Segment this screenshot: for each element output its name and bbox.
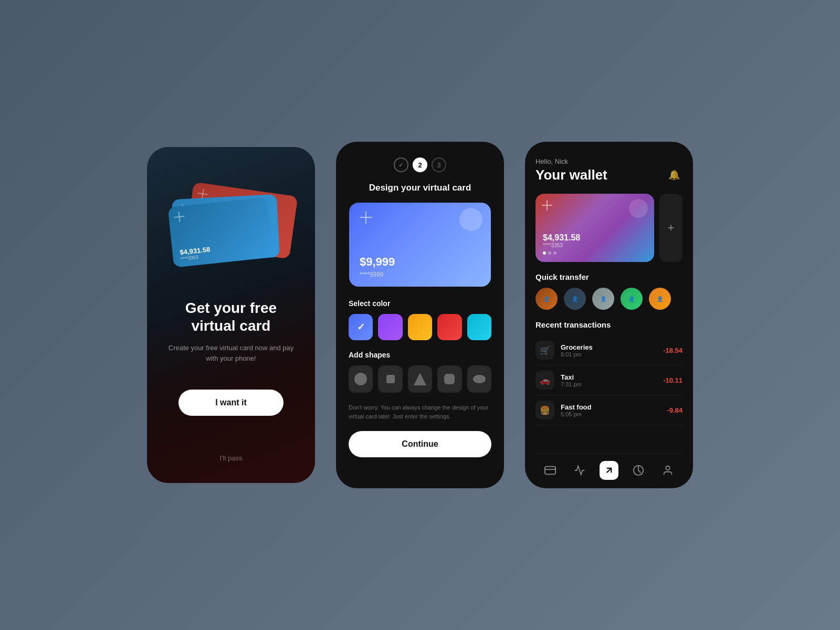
avatar-2[interactable]: 👤 bbox=[564, 288, 586, 310]
txn-icon-groceries: 🛒 bbox=[536, 341, 554, 360]
vc-circle-decoration bbox=[459, 208, 482, 231]
shape-opt-4[interactable] bbox=[437, 365, 461, 393]
vc-amount: $9,999 bbox=[360, 255, 480, 269]
virtual-card-preview: $9,999 ****9999 bbox=[349, 203, 491, 287]
avatar-5[interactable]: 👤 bbox=[649, 288, 671, 310]
screen1-subtitle: Create your free virtual card now and pa… bbox=[163, 343, 299, 363]
screen2-heading: Design your virtual card bbox=[369, 183, 471, 193]
svg-marker-2 bbox=[414, 373, 426, 385]
avatar-4[interactable]: 👤 bbox=[621, 288, 643, 310]
screen2-note: Don't worry. You can always change the d… bbox=[349, 403, 491, 421]
step-3-inactive: 3 bbox=[432, 158, 446, 172]
step-1-done: ✓ bbox=[394, 158, 408, 172]
transaction-3[interactable]: 🍔 Fast food 5:05 pm -9.84 bbox=[536, 395, 682, 425]
wallet-card[interactable]: $4,931.58 ****3353 bbox=[536, 194, 654, 262]
txn-name-2: Taxi bbox=[561, 373, 663, 381]
color-section-title: Select color bbox=[349, 299, 491, 308]
svg-point-9 bbox=[666, 466, 669, 470]
swatch-selected-check: ✓ bbox=[357, 321, 365, 333]
txn-time-1: 8:01 pm bbox=[561, 351, 663, 358]
txn-amount-3: -9.84 bbox=[667, 406, 682, 414]
txn-info-1: Groceries 8:01 pm bbox=[561, 343, 663, 358]
i-want-it-button[interactable]: I want it bbox=[178, 390, 284, 416]
shape-opt-3[interactable] bbox=[408, 365, 432, 393]
txn-time-2: 7:31 pm bbox=[561, 381, 663, 387]
screen-2-phone: ✓ 2 3 Design your virtual card $9,999 **… bbox=[336, 142, 504, 488]
bell-icon[interactable]: 🔔 bbox=[666, 166, 682, 183]
txn-info-3: Fast food 5:05 pm bbox=[561, 403, 667, 417]
screen-3-phone: Hello, Nick Your wallet 🔔 $4,931.58 ****… bbox=[525, 142, 693, 488]
transaction-1[interactable]: 🛒 Groceries 8:01 pm -18.54 bbox=[536, 335, 682, 365]
shape-opt-1[interactable] bbox=[349, 365, 373, 393]
transactions-list: 🛒 Groceries 8:01 pm -18.54 🚗 Taxi 7:31 p… bbox=[536, 335, 682, 453]
svg-line-7 bbox=[607, 468, 611, 472]
screen-1-phone: $4,931.58 ****3353 $4,931.58 ****3353 $4… bbox=[147, 147, 315, 483]
wallet-card-number: ****3353 bbox=[543, 243, 647, 248]
transactions-title: Recent transactions bbox=[536, 320, 682, 329]
dot-3 bbox=[553, 251, 556, 255]
nav-profile[interactable] bbox=[658, 461, 677, 480]
swatch-blue[interactable]: ✓ bbox=[349, 314, 373, 340]
cards-stack: $4,931.58 ****3353 $4,931.58 ****3353 $4… bbox=[168, 189, 294, 273]
svg-rect-5 bbox=[545, 467, 555, 475]
shape-options bbox=[349, 365, 491, 393]
txn-icon-fastfood: 🍔 bbox=[536, 401, 554, 419]
txn-amount-2: -10.11 bbox=[663, 376, 682, 384]
svg-rect-1 bbox=[386, 375, 395, 383]
txn-icon-taxi: 🚗 bbox=[536, 371, 554, 390]
quick-transfer-title: Quick transfer bbox=[536, 272, 682, 281]
quick-transfer-row: 👤 👤 👤 👤 👤 bbox=[536, 288, 682, 310]
shapes-section-title: Add shapes bbox=[349, 351, 491, 359]
continue-button[interactable]: Continue bbox=[349, 431, 491, 457]
nav-budget[interactable] bbox=[629, 461, 648, 480]
dot-2 bbox=[548, 251, 551, 255]
dot-1 bbox=[543, 251, 546, 255]
greeting-text: Hello, Nick bbox=[536, 158, 682, 165]
card-dots bbox=[543, 251, 647, 255]
txn-amount-1: -18.54 bbox=[663, 346, 682, 354]
txn-name-1: Groceries bbox=[561, 343, 663, 351]
add-card-button[interactable]: + bbox=[659, 194, 682, 262]
nav-analytics[interactable] bbox=[570, 461, 589, 480]
swatch-yellow[interactable] bbox=[408, 314, 432, 340]
svg-point-0 bbox=[354, 373, 367, 385]
nav-cards[interactable] bbox=[541, 461, 560, 480]
swatch-red[interactable] bbox=[437, 314, 461, 340]
skip-button[interactable]: I'll pass bbox=[220, 444, 243, 462]
txn-name-3: Fast food bbox=[561, 403, 667, 411]
screen1-title: Get your free virtual card bbox=[163, 299, 299, 334]
wallet-title: Your wallet bbox=[536, 167, 607, 183]
shape-opt-2[interactable] bbox=[378, 365, 402, 393]
avatar-3[interactable]: 👤 bbox=[592, 288, 614, 310]
step-indicators: ✓ 2 3 bbox=[394, 158, 446, 172]
shape-opt-5[interactable] bbox=[467, 365, 491, 393]
wallet-card-row: $4,931.58 ****3353 + bbox=[536, 194, 682, 262]
svg-rect-3 bbox=[444, 374, 455, 384]
color-swatches: ✓ bbox=[349, 314, 491, 340]
bottom-nav bbox=[536, 453, 682, 488]
swatch-purple[interactable] bbox=[378, 314, 402, 340]
avatar-1[interactable]: 👤 bbox=[536, 288, 558, 310]
wallet-card-amount: $4,931.58 bbox=[543, 233, 647, 243]
transaction-2[interactable]: 🚗 Taxi 7:31 pm -10.11 bbox=[536, 365, 682, 395]
step-2-active: 2 bbox=[413, 158, 427, 172]
swatch-cyan[interactable] bbox=[467, 314, 491, 340]
card-front: $4,931.58 ****3353 bbox=[168, 197, 274, 267]
wc-circle-decoration bbox=[629, 199, 648, 218]
svg-point-4 bbox=[473, 375, 486, 383]
nav-transfer[interactable] bbox=[600, 461, 618, 480]
txn-info-2: Taxi 7:31 pm bbox=[561, 373, 663, 387]
vc-number: ****9999 bbox=[360, 271, 480, 278]
txn-time-3: 5:05 pm bbox=[561, 411, 667, 417]
